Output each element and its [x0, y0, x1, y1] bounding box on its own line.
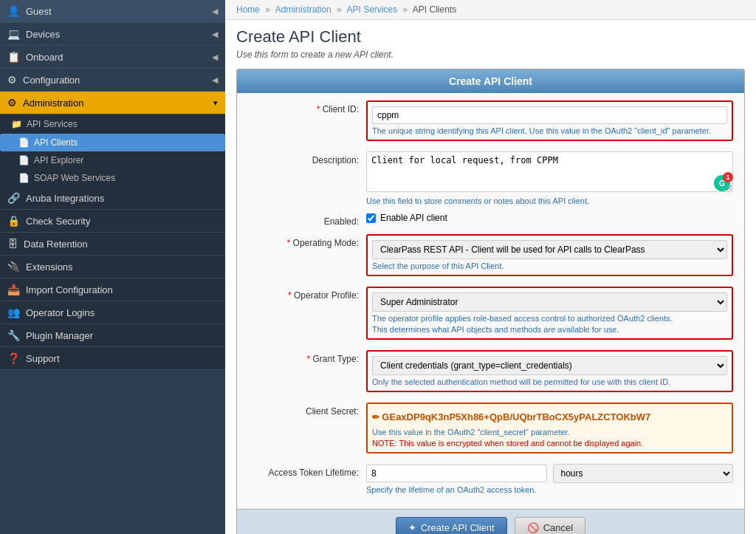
- chevron-icon: ▾: [213, 98, 218, 108]
- sidebar-item-aruba-integrations[interactable]: 🔗 Aruba Integrations: [0, 187, 225, 210]
- soap-icon: 📄: [18, 173, 30, 183]
- operator-profile-field: Super Administrator The operator profile…: [366, 287, 733, 343]
- sidebar-item-onboard[interactable]: 📋 Onboard ◀: [0, 46, 225, 69]
- client-id-row: * Client ID: The unique string identifyi…: [248, 100, 733, 144]
- operating-mode-select[interactable]: ClearPass REST API - Client will be used…: [372, 240, 727, 259]
- sidebar-item-api-clients[interactable]: 📄 API Clients: [0, 134, 225, 151]
- sidebar-item-api-services[interactable]: 📁 API Services: [0, 114, 225, 134]
- breadcrumb-current: API Clients: [413, 4, 456, 15]
- chevron-icon: ◀: [212, 52, 218, 62]
- form-header: Create API Client: [237, 69, 744, 93]
- sidebar-item-configuration[interactable]: ⚙ Configuration ◀: [0, 69, 225, 92]
- operator-profile-border: Super Administrator The operator profile…: [366, 287, 733, 340]
- form-footer: ✦ Create API Client 🚫 Cancel: [237, 509, 744, 534]
- sidebar-item-extensions[interactable]: 🔌 Extensions: [0, 256, 225, 278]
- sidebar-item-import-config[interactable]: 📥 Import Configuration: [0, 278, 225, 301]
- operator-profile-label: * Operator Profile:: [248, 287, 366, 301]
- description-textarea[interactable]: Client for local request, from CPPM: [366, 151, 733, 192]
- main-content: Home » Administration » API Services » A…: [225, 0, 756, 534]
- breadcrumb-api-services[interactable]: API Services: [346, 4, 397, 15]
- client-id-field: The unique string identifying this API c…: [366, 100, 733, 144]
- breadcrumb-home[interactable]: Home: [236, 4, 260, 15]
- sidebar-item-devices[interactable]: 💻 Devices ◀: [0, 23, 225, 46]
- create-api-client-button[interactable]: ✦ Create API Client: [396, 517, 507, 534]
- grant-type-border: Client credentials (grant_type=client_cr…: [366, 350, 733, 392]
- devices-icon: 💻: [7, 28, 20, 40]
- guest-icon: 👤: [7, 5, 20, 17]
- grant-type-label: * Grant Type:: [248, 350, 366, 364]
- access-token-unit-select[interactable]: hours minutes days: [553, 464, 734, 483]
- cancel-icon: 🚫: [527, 522, 539, 533]
- description-help: Use this field to store comments or note…: [366, 196, 733, 205]
- api-services-icon: 📁: [11, 119, 22, 129]
- sidebar-item-plugin-manager[interactable]: 🔧 Plugin Manager: [0, 324, 225, 347]
- description-label: Description:: [248, 151, 366, 165]
- enabled-label: Enabled:: [248, 213, 366, 227]
- form-body: * Client ID: The unique string identifyi…: [237, 93, 744, 509]
- sidebar: 👤 Guest ◀ 💻 Devices ◀ 📋 Onboard ◀ ⚙ Conf…: [0, 0, 225, 534]
- client-secret-help1: Use this value in the OAuth2 "client_sec…: [372, 428, 727, 437]
- support-icon: ❓: [7, 352, 20, 364]
- grant-type-help: Only the selected authentication method …: [372, 377, 727, 386]
- client-secret-value: GEaxDP9qK3nP5Xh86+QpB/UQbrTBoCX5yPALZCTO…: [372, 408, 727, 425]
- description-row: Description: Client for local request, f…: [248, 151, 733, 205]
- operating-mode-help: Select the purpose of this API Client.: [372, 261, 727, 270]
- access-token-label: Access Token Lifetime:: [248, 464, 366, 478]
- grant-type-select[interactable]: Client credentials (grant_type=client_cr…: [372, 356, 727, 375]
- enabled-row: Enabled: Enable API client: [248, 213, 733, 227]
- onboard-icon: 📋: [7, 51, 20, 63]
- sidebar-item-support[interactable]: ❓ Support: [0, 347, 225, 370]
- client-id-help: The unique string identifying this API c…: [372, 126, 727, 135]
- create-icon: ✦: [408, 522, 416, 533]
- aruba-icon: 🔗: [7, 192, 20, 204]
- plugin-icon: 🔧: [7, 329, 20, 341]
- client-secret-border: GEaxDP9qK3nP5Xh86+QpB/UQbrTBoCX5yPALZCTO…: [366, 403, 733, 453]
- sidebar-item-guest[interactable]: 👤 Guest ◀: [0, 0, 225, 23]
- enabled-checkbox-label: Enable API client: [380, 213, 447, 223]
- breadcrumb: Home » Administration » API Services » A…: [225, 0, 756, 20]
- grant-type-field: Client credentials (grant_type=client_cr…: [366, 350, 733, 395]
- access-token-field: hours minutes days Specify the lifetime …: [366, 464, 733, 494]
- enabled-checkbox[interactable]: [366, 213, 376, 223]
- client-id-label: * Client ID:: [248, 100, 366, 114]
- grant-type-row: * Grant Type: Client credentials (grant_…: [248, 350, 733, 395]
- grammarly-button[interactable]: G 1: [714, 175, 730, 191]
- extensions-icon: 🔌: [7, 261, 20, 273]
- data-retention-icon: 🗄: [7, 238, 18, 250]
- operating-mode-border: ClearPass REST API - Client will be used…: [366, 234, 733, 276]
- access-token-input[interactable]: [366, 465, 547, 482]
- access-token-row: Access Token Lifetime: hours minutes day…: [248, 464, 733, 494]
- api-services-section: 📁 API Services 📄 API Clients 📄 API Explo…: [0, 114, 225, 187]
- security-icon: 🔒: [7, 215, 20, 227]
- chevron-icon: ◀: [212, 30, 218, 39]
- operator-profile-row: * Operator Profile: Super Administrator …: [248, 287, 733, 343]
- page-title: Create API Client: [225, 20, 756, 49]
- sidebar-item-api-explorer[interactable]: 📄 API Explorer: [0, 151, 225, 169]
- sidebar-item-administration[interactable]: ⚙ Administration ▾: [0, 92, 225, 114]
- sidebar-item-check-security[interactable]: 🔒 Check Security: [0, 210, 225, 233]
- client-secret-row: Client Secret: GEaxDP9qK3nP5Xh86+QpB/UQb…: [248, 403, 733, 456]
- import-icon: 📥: [7, 284, 20, 295]
- breadcrumb-administration[interactable]: Administration: [275, 4, 331, 15]
- enabled-field: Enable API client: [366, 213, 733, 223]
- description-field: Client for local request, from CPPM G 1 …: [366, 151, 733, 205]
- sidebar-item-soap-web-services[interactable]: 📄 SOAP Web Services: [0, 169, 225, 187]
- create-api-client-form: Create API Client * Client ID: The uniqu…: [236, 69, 745, 534]
- client-secret-label: Client Secret:: [248, 403, 366, 417]
- operator-profile-help2: This determines what API objects and met…: [372, 325, 727, 334]
- chevron-icon: ◀: [212, 7, 218, 16]
- operator-profile-select[interactable]: Super Administrator: [372, 292, 727, 312]
- sidebar-item-data-retention[interactable]: 🗄 Data Retention: [0, 233, 225, 256]
- client-id-input[interactable]: [372, 106, 727, 124]
- cancel-button[interactable]: 🚫 Cancel: [515, 517, 585, 534]
- operating-mode-field: ClearPass REST API - Client will be used…: [366, 234, 733, 279]
- access-token-help: Specify the lifetime of an OAuth2 access…: [366, 485, 733, 494]
- sidebar-item-operator-logins[interactable]: 👥 Operator Logins: [0, 301, 225, 324]
- config-icon: ⚙: [7, 74, 17, 86]
- admin-icon: ⚙: [7, 97, 17, 109]
- client-secret-field: GEaxDP9qK3nP5Xh86+QpB/UQbrTBoCX5yPALZCTO…: [366, 403, 733, 456]
- chevron-icon: ◀: [212, 75, 218, 85]
- client-id-border: The unique string identifying this API c…: [366, 100, 733, 141]
- operating-mode-label: * Operating Mode:: [248, 234, 366, 248]
- api-clients-icon: 📄: [18, 137, 30, 148]
